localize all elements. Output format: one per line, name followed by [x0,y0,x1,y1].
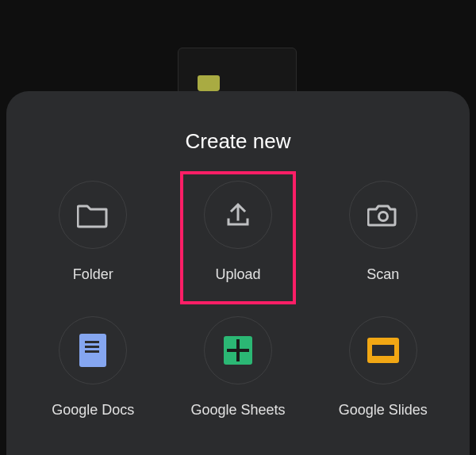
scan-option[interactable]: Scan [310,181,455,283]
google-slides-icon [367,338,399,363]
google-sheets-option[interactable]: Google Sheets [166,316,311,419]
slides-label: Google Slides [339,402,428,419]
camera-icon [367,201,399,228]
folder-thumb-icon [198,75,220,91]
scan-label: Scan [367,266,399,283]
docs-icon-circle [59,316,127,384]
options-grid: Folder Upload [6,181,470,419]
folder-option[interactable]: Folder [21,181,166,283]
folder-label: Folder [73,266,113,283]
upload-option[interactable]: Upload [166,181,311,283]
docs-label: Google Docs [52,402,134,419]
sheets-icon-circle [204,316,272,384]
scan-icon-circle [349,181,417,249]
upload-icon [224,201,252,229]
slides-icon-circle [349,316,417,384]
sheets-label: Google Sheets [190,402,285,419]
google-slides-option[interactable]: Google Slides [310,316,455,419]
upload-label: Upload [215,266,260,283]
sheet-title: Create new [6,129,470,154]
google-docs-option[interactable]: Google Docs [21,316,166,419]
folder-icon-circle [59,181,127,249]
upload-icon-circle [204,181,272,249]
create-new-sheet: Create new Folder [6,91,470,455]
svg-point-0 [378,212,387,221]
google-docs-icon [79,334,106,367]
folder-icon [77,201,109,228]
google-sheets-icon [224,336,252,365]
